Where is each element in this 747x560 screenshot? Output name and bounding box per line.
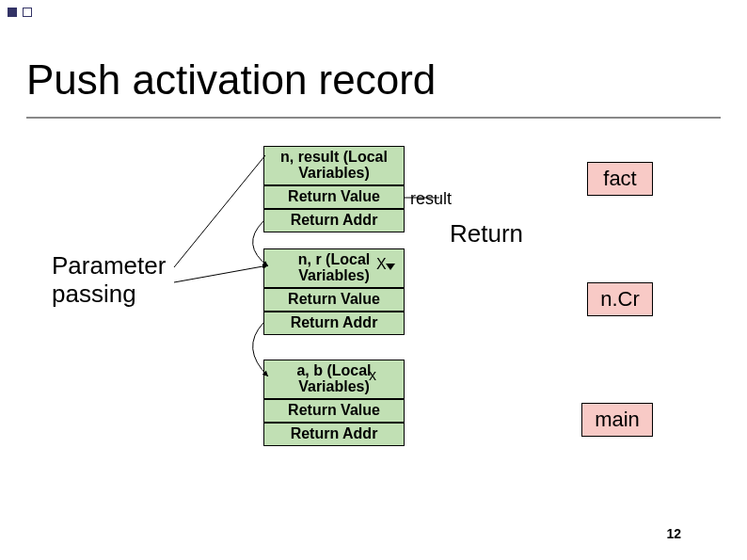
svg-line-2 <box>174 265 268 282</box>
call-ncr: n.Cr <box>587 282 653 316</box>
header-bullets <box>8 8 32 17</box>
frame-top-retval: Return Value <box>263 185 405 209</box>
title-divider <box>26 117 721 119</box>
frame-bot-retval: Return Value <box>263 399 405 423</box>
frame-bot-locals: a, b (LocalVariables) <box>263 360 405 399</box>
frame-bot-retaddr: Return Addr <box>263 423 405 446</box>
bullet-filled-icon <box>8 8 17 17</box>
frame-mid-retval: Return Value <box>263 288 405 312</box>
frame-bot-x-annot: x <box>369 367 376 384</box>
svg-line-1 <box>174 155 265 267</box>
frame-mid-x-annot: X <box>376 256 387 273</box>
return-label: Return <box>450 219 523 248</box>
frame-top-retaddr: Return Addr <box>263 209 405 232</box>
call-main: main <box>581 403 653 437</box>
page-number: 12 <box>666 526 681 541</box>
page-title: Push activation record <box>26 56 436 104</box>
result-annotation: result <box>410 189 452 209</box>
parameter-passing-label: Parameterpassing <box>52 252 166 309</box>
frame-top-locals: n, result (LocalVariables) <box>263 146 405 185</box>
frame-mid-retaddr: Return Addr <box>263 312 405 335</box>
bullet-hollow-icon <box>23 8 32 17</box>
call-fact: fact <box>587 162 653 196</box>
